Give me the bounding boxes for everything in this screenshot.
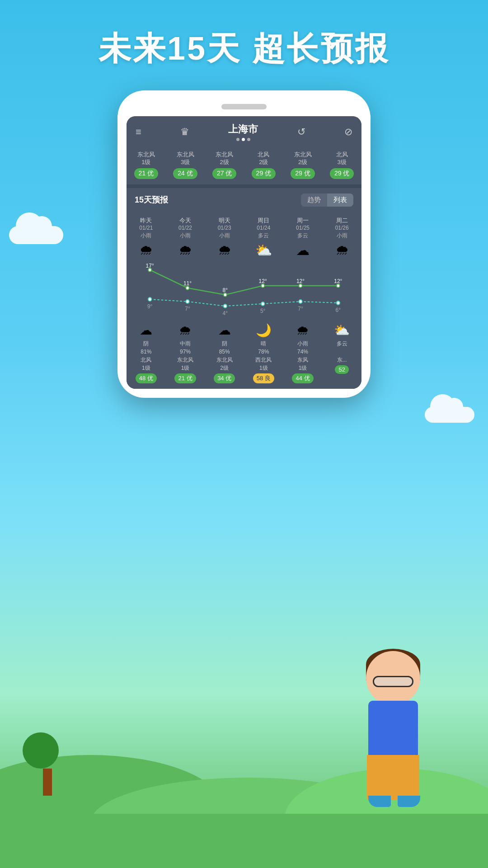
svg-point-2 bbox=[224, 293, 227, 297]
svg-point-4 bbox=[299, 284, 302, 288]
bottom-text-4: 小雨74%东风1级 bbox=[284, 340, 322, 372]
day-date-4: 01/25 bbox=[283, 225, 323, 231]
day-col-0: 昨天 01/21 小雨 🌧 bbox=[127, 217, 166, 261]
svg-point-3 bbox=[261, 284, 264, 288]
bottom-text-0: 阴81%北风1级 bbox=[127, 340, 165, 372]
day-date-2: 01/23 bbox=[205, 225, 244, 231]
bottom-icon-3: 🌙 bbox=[245, 323, 282, 338]
char-body bbox=[343, 651, 443, 823]
day-label-3: 周日 bbox=[244, 217, 283, 225]
bottom-col-2: ☁ 阴85%东北风2级 34 优 bbox=[205, 321, 244, 385]
bottom-icon-4: 🌧 bbox=[284, 323, 322, 338]
day-weather-3: 多云 bbox=[244, 232, 283, 240]
bottom-aqi-4: 44 优 bbox=[292, 373, 313, 383]
aqi-col-0: 东北风1级 21 优 bbox=[127, 151, 166, 179]
svg-point-10 bbox=[299, 300, 302, 303]
phone: ≡ ♛ 上海市 ↺ ⊘ 东北风1级 21 优 bbox=[117, 90, 371, 398]
aqi-badge-1: 24 优 bbox=[173, 168, 197, 179]
bottom-col-5: ⛅ 多云东... 52 bbox=[322, 321, 361, 385]
tab-list[interactable]: 列表 bbox=[327, 193, 353, 207]
forecast-tabs[interactable]: 趋势 列表 bbox=[301, 193, 353, 207]
day-label-4: 周一 bbox=[283, 217, 323, 225]
char-torso bbox=[368, 701, 418, 760]
refresh-icon[interactable]: ↺ bbox=[297, 126, 305, 138]
bottom-aqi-3: 58 良 bbox=[253, 373, 274, 383]
svg-text:17°: 17° bbox=[146, 263, 154, 269]
bottom-col-0: ☁ 阴81%北风1级 48 优 bbox=[127, 321, 166, 385]
day-weather-0: 小雨 bbox=[127, 232, 166, 240]
temp-chart-svg: 17° 11° 8° 12° 12° 12° 9° 7° 4° 5° 7° 6° bbox=[131, 263, 357, 317]
wind-5: 北风3级 bbox=[322, 151, 361, 166]
phone-screen: ≡ ♛ 上海市 ↺ ⊘ 东北风1级 21 优 bbox=[127, 116, 361, 389]
day-col-4: 周一 01/25 多云 ☁ bbox=[283, 217, 323, 261]
weather-icon-4: ☁ bbox=[283, 242, 323, 258]
day-date-3: 01/24 bbox=[244, 225, 283, 231]
bottom-row: ☁ 阴81%北风1级 48 优 🌧 中雨97%东北风1级 21 优 ☁ 阴85%… bbox=[127, 321, 361, 385]
phone-wrapper: ≡ ♛ 上海市 ↺ ⊘ 东北风1级 21 优 bbox=[117, 90, 371, 398]
day-date-1: 01/22 bbox=[166, 225, 205, 231]
bottom-weather: ☁ 阴81%北风1级 48 优 🌧 中雨97%东北风1级 21 优 ☁ 阴85%… bbox=[127, 317, 361, 389]
weather-icon-3: ⛅ bbox=[244, 242, 283, 258]
day-col-1: 今天 01/22 小雨 🌧 bbox=[166, 217, 205, 261]
tree-top bbox=[23, 732, 59, 769]
bottom-icon-2: ☁ bbox=[206, 323, 243, 338]
svg-text:5°: 5° bbox=[260, 308, 265, 315]
app-header: ≡ ♛ 上海市 ↺ ⊘ bbox=[127, 116, 361, 147]
wind-2: 东北风2级 bbox=[205, 151, 244, 166]
bottom-text-2: 阴85%东北风2级 bbox=[206, 340, 243, 372]
section-divider bbox=[127, 184, 361, 188]
bottom-col-4: 🌧 小雨74%东风1级 44 优 bbox=[283, 321, 323, 385]
phone-speaker bbox=[221, 104, 267, 109]
page-dots bbox=[228, 138, 258, 141]
svg-text:6°: 6° bbox=[336, 307, 341, 314]
bottom-icon-0: ☁ bbox=[127, 323, 165, 338]
bottom-icon-1: 🌧 bbox=[167, 323, 204, 338]
weather-icon-5: 🌧 bbox=[322, 242, 361, 258]
svg-point-11 bbox=[337, 301, 340, 305]
svg-point-9 bbox=[261, 302, 264, 306]
weather-icon-1: 🌧 bbox=[166, 242, 205, 258]
bottom-text-3: 晴78%西北风1级 bbox=[245, 340, 282, 372]
svg-text:11°: 11° bbox=[183, 280, 192, 287]
menu-icon[interactable]: ≡ bbox=[136, 126, 141, 138]
wind-3: 北风2级 bbox=[244, 151, 283, 166]
svg-text:7°: 7° bbox=[185, 306, 190, 312]
header-center: 上海市 bbox=[228, 123, 258, 141]
tree bbox=[36, 732, 59, 796]
svg-text:12°: 12° bbox=[334, 278, 342, 285]
svg-text:4°: 4° bbox=[223, 310, 228, 317]
chart-area: 17° 11° 8° 12° 12° 12° 9° 7° 4° 5° 7° 6° bbox=[127, 263, 361, 317]
day-weather-1: 小雨 bbox=[166, 232, 205, 240]
aqi-badge-2: 27 优 bbox=[212, 168, 236, 179]
bottom-aqi-5: 52 bbox=[335, 365, 348, 374]
wind-0: 东北风1级 bbox=[127, 151, 166, 166]
share-icon[interactable]: ⊘ bbox=[344, 126, 352, 138]
char-pants bbox=[367, 755, 419, 800]
svg-point-6 bbox=[148, 297, 151, 301]
svg-text:7°: 7° bbox=[298, 306, 303, 312]
aqi-badge-5: 29 优 bbox=[330, 168, 354, 179]
dot-2 bbox=[242, 138, 245, 141]
svg-point-7 bbox=[186, 300, 189, 303]
headline: 未来15天 超长预报 bbox=[0, 27, 488, 71]
bottom-aqi-0: 48 优 bbox=[136, 373, 157, 383]
day-label-5: 周二 bbox=[322, 217, 361, 225]
bottom-col-3: 🌙 晴78%西北风1级 58 良 bbox=[244, 321, 283, 385]
aqi-col-2: 东北风2级 27 优 bbox=[205, 151, 244, 179]
day-label-2: 明天 bbox=[205, 217, 244, 225]
svg-point-1 bbox=[186, 286, 189, 290]
tab-trend[interactable]: 趋势 bbox=[301, 193, 327, 207]
aqi-col-1: 东北风3级 24 优 bbox=[166, 151, 205, 179]
bottom-aqi-2: 34 优 bbox=[214, 373, 235, 383]
char-glasses bbox=[373, 676, 413, 687]
day-col-5: 周二 01/26 小雨 🌧 bbox=[322, 217, 361, 261]
char-left-shoe bbox=[368, 796, 391, 807]
weather-icon-0: 🌧 bbox=[127, 242, 166, 258]
crown-icon[interactable]: ♛ bbox=[180, 126, 189, 138]
day-date-0: 01/21 bbox=[127, 225, 166, 231]
day-weather-4: 多云 bbox=[283, 232, 323, 240]
bottom-icon-5: ⛅ bbox=[323, 323, 361, 338]
bottom-text-1: 中雨97%东北风1级 bbox=[167, 340, 204, 372]
dot-1 bbox=[236, 138, 239, 141]
day-date-5: 01/26 bbox=[322, 225, 361, 231]
